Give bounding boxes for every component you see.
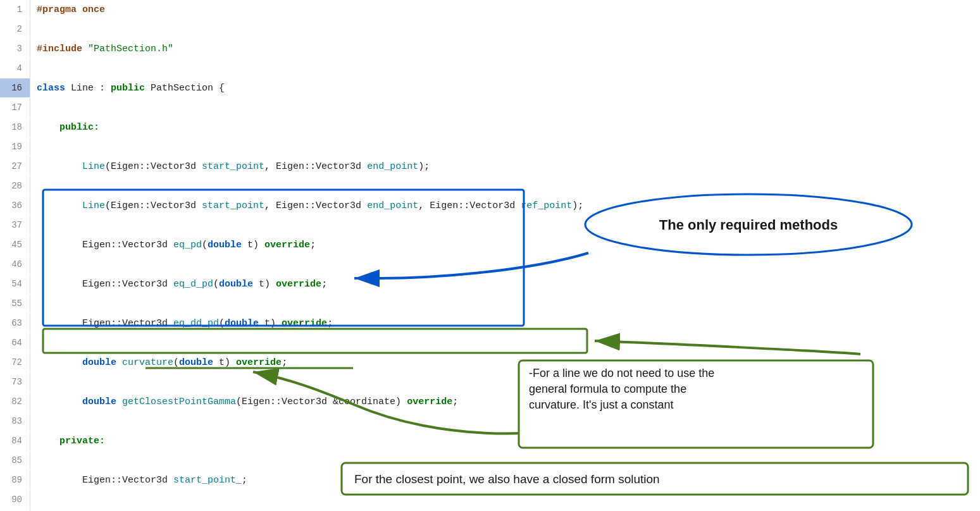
line-number: 89 [0, 471, 30, 489]
code-token: Eigen::Vector3d [37, 279, 173, 290]
code-line: 27 Line(Eigen::Vector3d start_point, Eig… [0, 157, 980, 176]
code-token: , Eigen::Vector3d [418, 200, 521, 211]
line-number: 73 [0, 372, 30, 391]
code-token: Eigen::Vector3d [37, 475, 173, 486]
code-line: 18 public: [0, 118, 980, 137]
code-token: PathSection { [145, 83, 225, 94]
line-number: 36 [0, 196, 30, 215]
code-content [37, 20, 42, 39]
code-token: ; [321, 279, 327, 290]
code-token: "PathSection.h" [88, 44, 173, 54]
line-number: 18 [0, 118, 30, 137]
code-line: 19 [0, 137, 980, 157]
code-token: public [111, 83, 145, 94]
code-line: 2 [0, 20, 980, 39]
code-content: class Line : public PathSection { [37, 79, 225, 98]
line-number: 46 [0, 255, 30, 274]
code-token: t) [253, 279, 276, 290]
line-number: 27 [0, 157, 30, 176]
code-token: end_point [367, 200, 418, 211]
code-content: Eigen::Vector3d eq_pd(double t) override… [37, 236, 316, 255]
code-content [37, 373, 42, 392]
code-line: 17 [0, 98, 980, 118]
code-content: Eigen::Vector3d eq_d_pd(double t) overri… [37, 275, 327, 294]
code-token: (Eigen::Vector3d [105, 161, 202, 172]
code-token: t) [213, 357, 236, 368]
code-content [37, 295, 42, 314]
line-number: 17 [0, 98, 30, 117]
code-token: ; [242, 475, 247, 486]
code-token: eq_dd_pd [173, 318, 219, 329]
line-number: 72 [0, 353, 30, 372]
code-token [37, 397, 82, 407]
line-number: 84 [0, 431, 30, 450]
code-line: 64 [0, 333, 980, 353]
code-line: 16class Line : public PathSection { [0, 78, 980, 98]
code-token: public: [59, 122, 99, 133]
code-line: 72 double curvature(double t) override; [0, 353, 980, 372]
code-token: ); [418, 161, 430, 172]
code-line: 45 Eigen::Vector3d eq_pd(double t) overr… [0, 235, 980, 255]
code-content [37, 216, 42, 235]
code-content: Line(Eigen::Vector3d start_point, Eigen:… [37, 157, 430, 176]
code-token [37, 357, 82, 368]
line-number: 55 [0, 294, 30, 313]
line-number: 64 [0, 333, 30, 352]
code-line: 73 [0, 372, 980, 392]
code-token: #include [37, 44, 88, 54]
code-token: t) [259, 318, 282, 329]
code-line: 54 Eigen::Vector3d eq_d_pd(double t) ove… [0, 274, 980, 294]
code-token: ( [173, 357, 179, 368]
code-content: public: [37, 118, 99, 137]
code-token: ; [310, 240, 316, 250]
code-token: Line [82, 161, 105, 172]
line-number: 63 [0, 314, 30, 333]
code-line: 1#pragma once [0, 0, 980, 20]
code-content: double getClosestPointGamma(Eigen::Vecto… [37, 393, 458, 412]
code-token: override [264, 240, 310, 250]
code-token: , Eigen::Vector3d [264, 200, 367, 211]
code-token: #pragma once [37, 4, 105, 15]
code-line: 46 [0, 255, 980, 274]
line-number: 3 [0, 39, 30, 58]
code-line: 37 [0, 216, 980, 235]
code-content [37, 59, 42, 78]
code-token: t) [242, 240, 264, 250]
code-token: , Eigen::Vector3d [264, 161, 367, 172]
code-token [116, 397, 122, 407]
code-token: private: [59, 436, 105, 446]
code-token: double [179, 357, 213, 368]
line-number: 45 [0, 235, 30, 254]
code-token: (Eigen::Vector3d [105, 200, 202, 211]
code-token [37, 122, 59, 133]
code-token: end_point [367, 161, 418, 172]
code-token: double [219, 279, 253, 290]
code-line: 3#include "PathSection.h" [0, 39, 980, 59]
code-token: (Eigen::Vector3d &coordinate) [236, 397, 407, 407]
code-token: override [407, 397, 452, 407]
code-line: 89 Eigen::Vector3d start_point_; [0, 471, 980, 490]
code-token: ( [213, 279, 219, 290]
code-token: double [82, 357, 116, 368]
code-token [116, 357, 122, 368]
code-token [37, 161, 82, 172]
code-token [37, 200, 82, 211]
code-token: ; [327, 318, 333, 329]
code-line: 4 [0, 59, 980, 78]
code-token: class [37, 83, 65, 94]
code-token: eq_pd [173, 240, 202, 250]
code-token: override [282, 318, 327, 329]
code-token: override [276, 279, 321, 290]
code-token: ref_point [521, 200, 572, 211]
code-token: Line [82, 200, 105, 211]
code-content: private: [37, 432, 105, 451]
code-token: double [225, 318, 259, 329]
code-token: Eigen::Vector3d [37, 318, 173, 329]
code-token: start_point [202, 161, 264, 172]
code-line: 36 Line(Eigen::Vector3d start_point, Eig… [0, 196, 980, 216]
code-content [37, 177, 42, 196]
code-content [37, 138, 42, 157]
line-number: 19 [0, 137, 30, 156]
code-content [37, 412, 42, 431]
code-token: ); [572, 200, 583, 211]
